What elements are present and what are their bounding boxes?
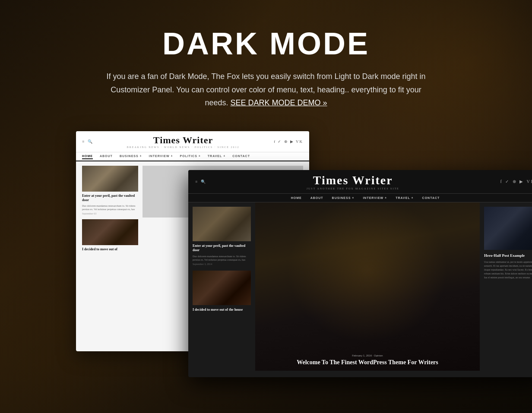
light-nav-business[interactable]: BUSINESS + <box>120 154 142 158</box>
light-card-1-date: September 03 <box>82 212 138 215</box>
light-sidebar: Enter at your peril, past the vaulted do… <box>82 166 138 256</box>
light-nav-contact[interactable]: CONTACT <box>232 154 250 158</box>
light-nav-about[interactable]: ABOUT <box>100 154 113 158</box>
light-social-icons: f ✓ ⊕ ▶ VK <box>274 139 303 144</box>
dark-right-card-title: Hero-Half Post Example <box>484 253 532 259</box>
dark-nav-about[interactable]: ABOUT <box>310 196 323 199</box>
light-header-center: Times Writer BREAKING NEWS · WORLD NEWS … <box>127 135 240 148</box>
dark-hero-section: February 1, 2016 · Opinion Welcome To Th… <box>255 202 480 371</box>
dark-hero-image <box>255 202 480 371</box>
light-card-1-image <box>82 166 138 192</box>
light-nav-politics[interactable]: POLITICS + <box>180 154 201 158</box>
dark-card-1-image <box>193 207 251 241</box>
light-card-1-text: Duo dolorem mandamus mnesarchum to. Sit … <box>82 204 138 211</box>
dark-card-1-title: Enter at your peril, past the vaulted do… <box>193 244 251 253</box>
light-card-1-title: Enter at your peril, past the vaulted do… <box>82 194 138 203</box>
dark-nav-home[interactable]: HOME <box>291 196 302 199</box>
dark-content: Enter at your peril, past the vaulted do… <box>188 202 532 371</box>
light-nav-home[interactable]: HOME <box>82 154 93 159</box>
dark-header-center: Times Writer JUST ANOTHER THE FOX MAGAZI… <box>307 173 399 190</box>
dark-logo: Times Writer <box>307 173 399 187</box>
light-tagline: BREAKING NEWS · WORLD NEWS · POLITICS · … <box>127 146 240 148</box>
dark-left-column: Enter at your peril, past the vaulted do… <box>188 202 255 371</box>
light-card-2-image <box>82 219 138 245</box>
page-title: DARK MODE <box>162 26 370 61</box>
light-nav: HOME ABOUT BUSINESS + INTERVIEW + POLITI… <box>76 152 309 161</box>
dark-right-card-text: Usu tantas omittantur ut, per te modo ap… <box>484 260 532 280</box>
dark-tagline: JUST ANOTHER THE FOX MAGAZINE SITES SITE <box>307 187 399 190</box>
dark-header: ≡ 🔍 Times Writer JUST ANOTHER THE FOX MA… <box>188 170 532 194</box>
page-wrapper: DARK MODE If you are a fan of Dark Mode,… <box>0 0 532 381</box>
dark-nav-interview[interactable]: INTERVIEW + <box>363 196 387 199</box>
dark-card-1-text: Duo dolorem mandamus mnesarchum to. Sit … <box>193 255 251 262</box>
dark-right-column: Hero-Half Post Example Usu tantas omitta… <box>480 202 532 371</box>
dark-card-2-image <box>193 271 251 305</box>
dark-right-image <box>484 207 532 250</box>
light-logo: Times Writer <box>127 135 240 146</box>
light-search-icon[interactable]: 🔍 <box>88 139 92 144</box>
dark-nav: HOME ABOUT BUSINESS + INTERVIEW + TRAVEL… <box>188 194 532 202</box>
dark-hero-date: February 1, 2016 · Opinion <box>266 354 469 357</box>
light-nav-interview[interactable]: INTERVIEW + <box>149 154 173 158</box>
light-header: ≡ 🔍 Times Writer BREAKING NEWS · WORLD N… <box>76 131 309 152</box>
screenshots-container: ≡ 🔍 Times Writer BREAKING NEWS · WORLD N… <box>76 131 456 364</box>
dark-nav-contact[interactable]: CONTACT <box>422 196 440 199</box>
light-nav-travel[interactable]: TRAVEL + <box>208 154 225 158</box>
dark-hero-caption: February 1, 2016 · Opinion Welcome To Th… <box>266 354 469 366</box>
dark-card-1-date: September 3, 2014 <box>193 263 251 265</box>
dark-nav-travel[interactable]: TRAVEL + <box>396 196 413 199</box>
dark-menu-icon[interactable]: ≡ <box>195 180 197 184</box>
page-description: If you are a fan of Dark Mode, The Fox l… <box>102 70 430 110</box>
dark-search-icon[interactable]: 🔍 <box>201 180 206 184</box>
dark-header-left: ≡ 🔍 <box>195 180 206 184</box>
dark-nav-business[interactable]: BUSINESS + <box>332 196 355 199</box>
dark-social-icons: f ✓ ⊕ ▶ VK <box>500 179 532 184</box>
dark-card-2-title: I decided to move out of the house <box>193 308 251 312</box>
light-header-left: ≡ 🔍 <box>82 139 92 144</box>
light-card-2-title: I decided to move out of <box>82 247 138 252</box>
dark-card-2: I decided to move out of the house <box>193 271 251 312</box>
dark-mode-demo-link[interactable]: SEE DARK MODE DEMO » <box>231 98 327 107</box>
dark-card-1: Enter at your peril, past the vaulted do… <box>193 207 251 266</box>
light-menu-icon[interactable]: ≡ <box>82 139 84 144</box>
light-card-2: I decided to move out of <box>82 219 138 252</box>
dark-hero-title: Welcome To The Finest WordPress Theme Fo… <box>266 359 469 366</box>
dark-mode-screenshot: ≡ 🔍 Times Writer JUST ANOTHER THE FOX MA… <box>188 170 532 377</box>
light-card-1: Enter at your peril, past the vaulted do… <box>82 166 138 215</box>
